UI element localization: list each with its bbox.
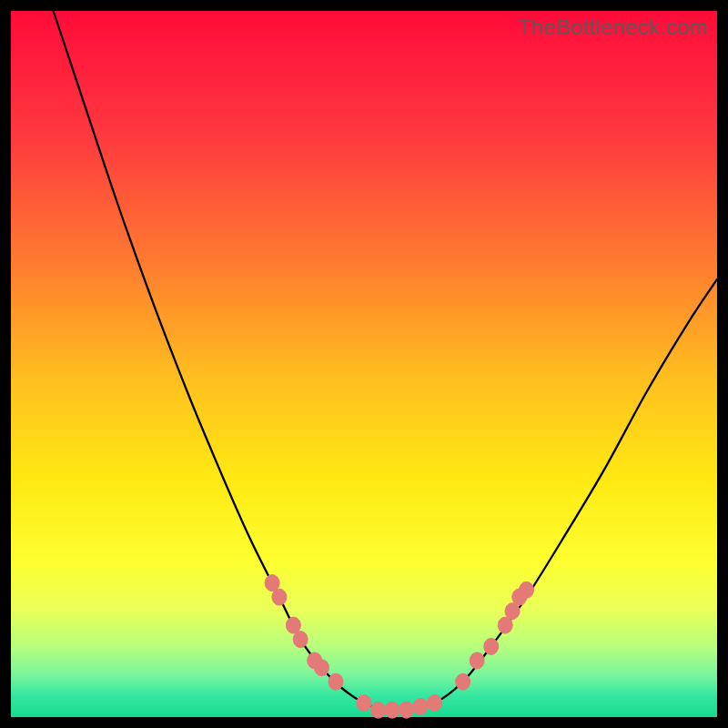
data-point	[456, 673, 470, 690]
chart-frame: TheBottleneck.com	[0, 0, 728, 728]
plot-area: TheBottleneck.com	[11, 11, 717, 717]
data-point	[329, 673, 343, 690]
data-point	[520, 581, 534, 598]
data-point	[470, 652, 484, 669]
data-point	[399, 702, 414, 718]
data-point	[293, 632, 308, 648]
data-point	[413, 698, 428, 714]
data-point	[371, 702, 386, 718]
data-point	[484, 638, 499, 654]
curve-svg	[11, 11, 717, 717]
data-point	[357, 695, 371, 712]
bottleneck-curve	[54, 11, 717, 711]
data-point	[272, 589, 287, 605]
data-point	[385, 702, 399, 718]
data-point	[314, 660, 329, 676]
data-point	[428, 695, 442, 712]
